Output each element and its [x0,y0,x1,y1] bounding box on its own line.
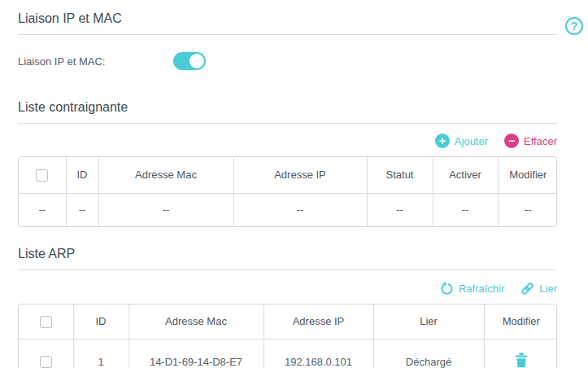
arp-row-mac: 14-D1-69-14-D8-E7 [128,339,264,368]
arp-row-bind-status: Déchargé [373,339,484,368]
empty-cell: -- [19,193,66,226]
delete-row-button[interactable] [515,353,528,368]
select-all-checkbox[interactable] [40,316,52,328]
toggle-knob [189,54,204,68]
divider [18,34,557,35]
empty-cell: -- [98,193,233,226]
arp-table-row: 1 14-D1-69-14-D8-E7 192.168.0.101 Déchar… [19,339,557,368]
empty-cell: -- [233,193,367,226]
plus-circle-icon: + [435,134,450,148]
col-header-mac: Adresse Mac [128,304,264,339]
ip-mac-binding-toggle-label: Liaison IP et MAC: [18,55,173,68]
select-all-cell [19,304,73,339]
add-button[interactable]: + Ajouter [435,134,488,148]
arp-list-actions: Rafraîchir Lier [18,280,557,296]
binding-list-actions: + Ajouter − Effacer [18,133,557,149]
bind-button[interactable]: Lier [520,282,557,296]
help-icon[interactable]: ? [565,17,583,35]
col-header-modify: Modifier [498,157,557,193]
section-title-arp-list: Liste ARP [18,246,557,262]
add-button-label: Ajouter [455,135,488,147]
minus-circle-icon: − [504,134,519,148]
select-all-checkbox[interactable] [36,169,48,182]
col-header-ip: Adresse IP [264,304,373,339]
empty-cell: -- [433,193,498,226]
arp-list-table: ID Adresse Mac Adresse IP Lier Modifier … [18,304,557,368]
col-header-id: ID [73,304,128,339]
ip-mac-binding-toggle[interactable] [173,52,206,70]
chain-link-icon [520,282,534,296]
row-select-cell [19,339,73,368]
trash-icon [515,353,528,368]
col-header-enable: Activer [433,157,498,193]
divider [18,123,557,124]
binding-table-header-row: ID Adresse Mac Adresse IP Statut Activer… [19,157,557,193]
empty-cell: -- [367,193,433,226]
section-title-binding-list: Liste contraignante [18,99,557,116]
col-header-ip: Adresse IP [233,157,367,193]
row-checkbox[interactable] [40,356,52,368]
col-header-id: ID [66,157,98,193]
col-header-mac: Adresse Mac [98,157,233,193]
col-header-modify: Modifier [484,304,557,339]
arp-row-id: 1 [73,339,128,368]
binding-list-table: ID Adresse Mac Adresse IP Statut Activer… [18,156,557,227]
refresh-button[interactable]: Rafraîchir [440,282,504,296]
ip-mac-binding-page: ? Liaison IP et MAC Liaison IP et MAC: L… [0,11,588,368]
delete-button-label: Effacer [524,135,557,147]
select-all-cell [19,157,66,193]
arp-row-modify-cell [484,339,557,368]
ip-mac-binding-toggle-row: Liaison IP et MAC: [18,52,557,70]
divider [18,269,557,270]
section-title-ip-mac-binding: Liaison IP et MAC [18,11,557,27]
refresh-button-label: Rafraîchir [459,283,504,295]
arp-table-header-row: ID Adresse Mac Adresse IP Lier Modifier [19,304,557,339]
col-header-status: Statut [367,157,433,193]
refresh-icon [440,282,454,296]
binding-table-empty-row: -- -- -- -- -- -- -- [19,193,557,226]
bind-button-label: Lier [539,283,557,295]
arp-row-ip: 192.168.0.101 [264,339,373,368]
empty-cell: -- [66,193,98,226]
empty-cell: -- [498,193,557,226]
delete-button[interactable]: − Effacer [504,134,557,148]
col-header-bind: Lier [373,304,484,339]
